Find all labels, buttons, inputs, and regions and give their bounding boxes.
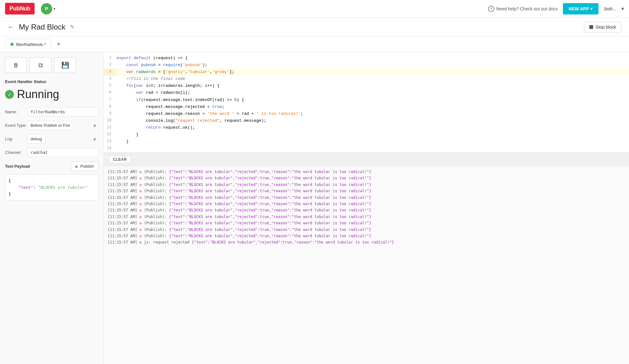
user-avatar[interactable]: P (41, 3, 52, 14)
line-num-3: 3 (104, 69, 116, 76)
log-json-data: {"text":"BLOCKS are tubular","rejected":… (169, 234, 371, 238)
line-num-14: 14 (104, 145, 116, 152)
code-editor[interactable]: 1 export default (request) => { 2 const … (104, 52, 629, 153)
log-json-data: {"text":"BLOCKS are tubular","rejected":… (169, 189, 371, 193)
back-button[interactable]: ← (8, 23, 14, 31)
event-type-select[interactable]: Before Publish or Fire After Publish or … (27, 121, 74, 130)
log-timestamp: [11:15:57 AM] (108, 189, 137, 193)
save-handler-button[interactable]: 💾 (54, 57, 76, 73)
line-content-3: var radwords = ['gnarly','tubular','grod… (116, 69, 629, 76)
log-content[interactable]: [11:15:57 AM] ✉ (Publish): {"text":"BLOC… (104, 166, 629, 364)
sidebar-toolbar: 🗑 ⧉ 💾 (5, 57, 98, 73)
status-section-title: Event Handler Status (5, 79, 98, 84)
log-arrow-icon: ✉ (137, 195, 142, 200)
code-line-7: 7 if(request.message.text.indexOf(rad) >… (104, 97, 629, 104)
line-num-13: 13 (104, 138, 116, 145)
tab-add-button[interactable]: + (53, 39, 64, 50)
line-num-11: 11 (104, 124, 116, 131)
log-line-8: [11:15:57 AM] ✉ (Publish): {"text":"BLOC… (108, 214, 625, 220)
line-content-4: //fill in the final code (116, 76, 629, 82)
status-text: Running (17, 88, 59, 101)
payload-key: "text" (18, 185, 33, 190)
name-label: Name: (5, 109, 27, 114)
log-timestamp: [11:15:57 AM] (108, 221, 137, 225)
log-timestamp: [11:15:57 AM] (108, 227, 137, 232)
code-line-14: 14 (104, 145, 629, 152)
log-arrow-icon: ✉ (137, 215, 142, 219)
log-line-6: [11:15:57 AM] ✉ (Publish): {"text":"BLOC… (108, 201, 625, 207)
log-line-2: [11:15:57 AM] ✉ (Publish): {"text":"BLOC… (108, 175, 625, 181)
log-js-entry: ✉ js: request rejected {"text":"BLOCKS a… (137, 240, 394, 244)
log-line-7: [11:15:57 AM] ✉ (Publish): {"text":"BLOC… (108, 207, 625, 213)
log-json-data: {"text":"BLOCKS are tubular","rejected":… (169, 202, 371, 206)
delete-handler-button[interactable]: 🗑 (5, 57, 27, 73)
log-select-wrap: debug info warn error (27, 134, 98, 143)
edit-icon[interactable]: ✎ (70, 24, 75, 31)
log-json-data: {"text":"BLOCKS are tubular","rejected":… (169, 195, 371, 200)
page-header: ← My Rad Block ✎ Stop block (0, 18, 629, 36)
log-label: Log: (5, 137, 27, 141)
new-app-button[interactable]: NEW APP + (563, 3, 598, 14)
name-field-row: Name: filterRadWords (5, 107, 98, 116)
log-select[interactable]: debug info warn error (27, 134, 46, 143)
log-arrow-icon: ✉ (137, 170, 142, 174)
test-payload-header: Test Payload ▶ Publish (5, 161, 98, 171)
line-num-6: 6 (104, 89, 116, 96)
code-line-11: 11 return request.ok(); (104, 124, 629, 131)
line-num-8: 8 (104, 104, 116, 110)
log-line-11: [11:15:57 AM] ✉ (Publish): {"text":"BLOC… (108, 233, 625, 239)
event-type-select-wrap: Before Publish or Fire After Publish or … (27, 121, 98, 130)
log-json-data: {"text":"BLOCKS are tubular","rejected":… (169, 227, 371, 232)
log-arrow-icon: ✉ (137, 176, 142, 180)
code-line-9: 9 request.message.reason = 'the word ' +… (104, 110, 629, 117)
name-value: filterRadWords (27, 107, 98, 116)
line-num-7: 7 (104, 97, 116, 104)
topnav: PubNub P ▾ ? Need help? Check out our do… (0, 0, 629, 18)
help-link[interactable]: ? Need help? Check out our docs (488, 6, 558, 12)
channel-value[interactable]: radchat (27, 148, 98, 157)
channel-field-row: Channel: radchat (5, 148, 98, 157)
code-line-10: 10 console.log("request rejected", reque… (104, 117, 629, 124)
log-arrow-icon: ✉ (137, 234, 142, 238)
log-arrow-icon: ✉ (137, 221, 142, 225)
line-content-12: } (116, 131, 629, 138)
log-line-3: [11:15:57 AM] ✉ (Publish): {"text":"BLOC… (108, 182, 625, 188)
log-publish-label: (Publish): (142, 227, 169, 232)
log-arrow-icon: ✉ (137, 227, 142, 232)
user-name[interactable]: Josh... (604, 6, 616, 11)
log-line-4: [11:15:57 AM] ✉ (Publish): {"text":"BLOC… (108, 188, 625, 194)
publish-button[interactable]: ▶ Publish (71, 161, 98, 171)
line-num-1: 1 (104, 55, 116, 62)
user-dropdown-icon[interactable]: ▾ (621, 6, 624, 12)
line-num-5: 5 (104, 82, 116, 89)
copy-icon: ⧉ (38, 62, 43, 69)
log-line-9: [11:15:57 AM] ✉ (Publish): {"text":"BLOC… (108, 220, 625, 226)
log-json-data: {"text":"BLOCKS are tubular","rejected":… (169, 215, 371, 219)
log-timestamp: [11:15:57 AM] (108, 170, 137, 174)
log-arrow-icon: ✉ (137, 202, 142, 206)
log-field-row: Log: debug info warn error (5, 134, 98, 143)
stop-block-button[interactable]: Stop block (584, 22, 621, 32)
log-line-12: [11:15:57 AM] ✉ js: request rejected {"t… (108, 239, 625, 245)
payload-editor[interactable]: { "text": "BLOCKS are tubular" } (5, 174, 98, 201)
log-publish-label: (Publish): (142, 170, 169, 174)
tab-filterradwords[interactable]: filterRadWords * (5, 39, 51, 50)
event-type-field-row: Event Type: Before Publish or Fire After… (5, 121, 98, 130)
log-line-10: [11:15:57 AM] ✉ (Publish): {"text":"BLOC… (108, 227, 625, 233)
page-title: My Rad Block (19, 23, 65, 31)
line-num-9: 9 (104, 110, 116, 117)
log-publish-label: (Publish): (142, 189, 169, 193)
user-caret-icon[interactable]: ▾ (53, 7, 55, 11)
log-panel: CLEAR [11:15:57 AM] ✉ (Publish): {"text"… (104, 153, 629, 364)
tab-label: filterRadWords * (16, 42, 46, 47)
sidebar: 🗑 ⧉ 💾 Event Handler Status ✓ Running Nam… (0, 52, 104, 364)
code-line-15: 15 return request.ok(); // Return a prom… (104, 152, 629, 153)
line-content-6: var rad = radwords[i]; (116, 89, 629, 96)
duplicate-handler-button[interactable]: ⧉ (30, 57, 52, 73)
log-line-5: [11:15:57 AM] ✉ (Publish): {"text":"BLOC… (108, 194, 625, 201)
tab-bar: filterRadWords * + (0, 36, 629, 52)
page-header-left: ← My Rad Block ✎ (8, 23, 75, 31)
log-arrow-icon: ✉ (137, 208, 142, 212)
tab-active-dot (10, 43, 14, 46)
clear-log-button[interactable]: CLEAR (109, 156, 131, 163)
